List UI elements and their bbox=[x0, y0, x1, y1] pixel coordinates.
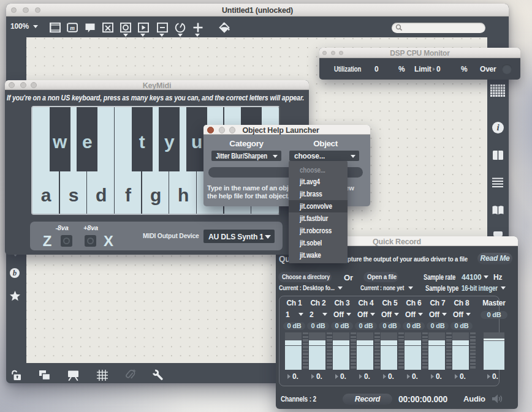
svg-text:m: m bbox=[70, 24, 75, 31]
